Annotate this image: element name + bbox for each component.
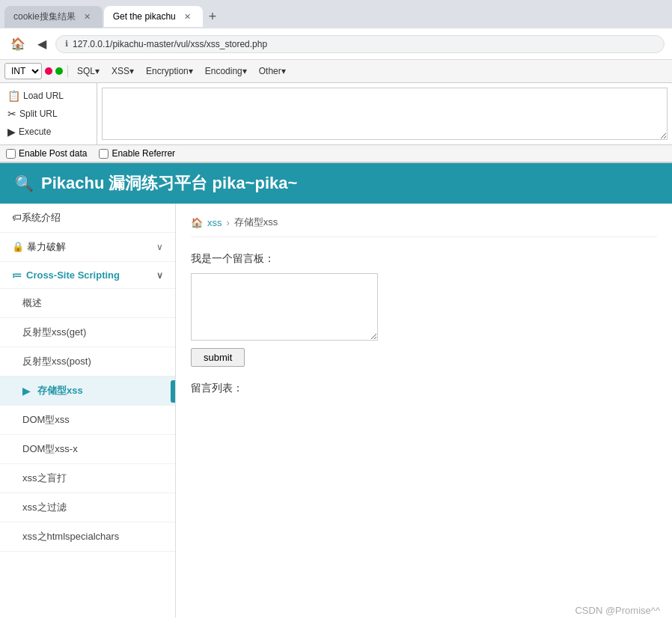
sidebar-item-stored-xss[interactable]: ▶ 存储型xss bbox=[0, 376, 175, 406]
split-icon: ✂ bbox=[7, 108, 16, 120]
xss-header-icon: ≔ bbox=[12, 269, 22, 281]
green-dot-icon bbox=[55, 67, 63, 75]
sidebar-item-xss-htmlspecialchars[interactable]: xss之htmlspecialchars bbox=[0, 522, 175, 552]
url-text: 127.0.0.1/pikachu-master/vul/xss/xss_sto… bbox=[73, 39, 655, 49]
breadcrumb-link[interactable]: xss bbox=[207, 217, 222, 228]
form-label: 我是一个留言板： bbox=[191, 252, 657, 266]
sidebar-item-brute-force[interactable]: 🔒 暴力破解 ∨ bbox=[0, 233, 175, 262]
message-textarea[interactable] bbox=[191, 273, 378, 341]
hackbar-toolbar: INT SQL▾ XSS▾ Encryption▾ Encoding▾ Othe… bbox=[0, 60, 672, 83]
reflected-post-label: 反射型xss(post) bbox=[22, 355, 91, 368]
split-url-label: Split URL bbox=[19, 109, 58, 119]
xss-blind-label: xss之盲打 bbox=[22, 472, 67, 485]
post-data-toggle[interactable]: Enable Post data bbox=[6, 148, 87, 159]
sidebar-item-reflected-get[interactable]: 反射型xss(get) bbox=[0, 318, 175, 347]
tab-cookie-close[interactable]: ✕ bbox=[82, 10, 94, 22]
sidebar-item-overview[interactable]: 概述 bbox=[0, 289, 175, 318]
active-indicator bbox=[171, 380, 175, 403]
sidebar-item-reflected-post[interactable]: 反射型xss(post) bbox=[0, 347, 175, 376]
brute-force-label: 🔒 暴力破解 bbox=[12, 240, 66, 254]
tab-pikachu[interactable]: Get the pikachu ✕ bbox=[104, 6, 203, 27]
submit-button[interactable]: submit bbox=[191, 348, 245, 367]
breadcrumb-current: 存储型xss bbox=[234, 216, 278, 229]
load-url-button[interactable]: 📋 Load URL bbox=[3, 88, 94, 104]
split-url-button[interactable]: ✂ Split URL bbox=[3, 106, 94, 122]
watermark: CSDN @Promise^^ bbox=[575, 605, 660, 616]
post-data-checkbox[interactable] bbox=[6, 149, 16, 159]
new-tab-button[interactable]: + bbox=[204, 9, 222, 25]
referrer-checkbox[interactable] bbox=[99, 149, 109, 159]
main-content: 🏠 xss › 存储型xss 我是一个留言板： submit 留言列表： bbox=[176, 204, 672, 618]
referrer-toggle[interactable]: Enable Referrer bbox=[99, 148, 175, 159]
hackbar-sidebar: 📋 Load URL ✂ Split URL ▶ Execute bbox=[0, 83, 97, 144]
xss-header-label: Cross-Site Scripting bbox=[26, 269, 120, 281]
execute-button[interactable]: ▶ Execute bbox=[3, 124, 94, 140]
app-header: 🔍 Pikachu 漏洞练习平台 pika~pika~ bbox=[0, 163, 672, 204]
hackbar-url-input[interactable] bbox=[102, 88, 668, 140]
dom-xss-x-label: DOM型xss-x bbox=[22, 442, 78, 456]
breadcrumb: 🏠 xss › 存储型xss bbox=[191, 216, 657, 237]
sidebar: 🏷系统介绍 🔒 暴力破解 ∨ ≔ Cross-Site Scripting ∨ … bbox=[0, 204, 176, 618]
sidebar-item-system-intro[interactable]: 🏷系统介绍 bbox=[0, 204, 175, 233]
divider bbox=[67, 65, 68, 77]
hackbar-input-area: 📋 Load URL ✂ Split URL ▶ Execute bbox=[0, 83, 672, 145]
xss-htmlspecialchars-label: xss之htmlspecialchars bbox=[22, 530, 119, 543]
hackbar-options: Enable Post data Enable Referrer bbox=[0, 145, 672, 162]
pikachu-icon: 🔍 bbox=[15, 174, 34, 192]
app-title: Pikachu 漏洞练习平台 pika~pika~ bbox=[41, 172, 297, 195]
execute-label: Execute bbox=[19, 126, 51, 137]
dom-xss-label: DOM型xss bbox=[22, 413, 70, 427]
sidebar-item-stored-xss-wrapper: ▶ 存储型xss bbox=[0, 376, 175, 406]
post-data-label: Enable Post data bbox=[19, 148, 87, 159]
breadcrumb-separator: › bbox=[227, 217, 230, 228]
encryption-menu[interactable]: Encryption▾ bbox=[141, 64, 198, 78]
messages-label: 留言列表： bbox=[191, 382, 657, 395]
tab-bar: cookie搜集结果 ✕ Get the pikachu ✕ + bbox=[0, 0, 672, 28]
system-intro-label: 🏷系统介绍 bbox=[12, 211, 61, 225]
app-body: 🏷系统介绍 🔒 暴力破解 ∨ ≔ Cross-Site Scripting ∨ … bbox=[0, 204, 672, 618]
hackbar-select[interactable]: INT bbox=[4, 63, 42, 79]
encoding-menu[interactable]: Encoding▾ bbox=[201, 64, 251, 78]
sql-menu[interactable]: SQL▾ bbox=[73, 64, 104, 78]
brute-force-chevron: ∨ bbox=[156, 242, 163, 252]
breadcrumb-home-icon: 🏠 bbox=[191, 217, 203, 228]
tab-pikachu-close[interactable]: ✕ bbox=[182, 10, 194, 22]
sidebar-item-dom-xss-x[interactable]: DOM型xss-x bbox=[0, 435, 175, 464]
reflected-get-label: 反射型xss(get) bbox=[22, 326, 86, 339]
tab-pikachu-label: Get the pikachu bbox=[113, 11, 176, 22]
execute-icon: ▶ bbox=[7, 126, 16, 138]
load-url-label: Load URL bbox=[23, 91, 64, 101]
stored-xss-label: 存储型xss bbox=[37, 384, 83, 397]
xss-menu[interactable]: XSS▾ bbox=[107, 64, 138, 78]
sidebar-item-dom-xss[interactable]: DOM型xss bbox=[0, 406, 175, 435]
address-bar: 🏠 ◀ ℹ 127.0.0.1/pikachu-master/vul/xss/x… bbox=[0, 28, 672, 60]
back-button[interactable]: ◀ bbox=[34, 34, 49, 54]
sidebar-item-xss-blind[interactable]: xss之盲打 bbox=[0, 464, 175, 493]
other-menu[interactable]: Other▾ bbox=[254, 64, 290, 78]
active-arrow-icon: ▶ bbox=[22, 385, 30, 397]
home-button[interactable]: 🏠 bbox=[7, 34, 28, 54]
xss-filter-label: xss之过滤 bbox=[22, 501, 67, 514]
sidebar-item-xss-header[interactable]: ≔ Cross-Site Scripting ∨ bbox=[0, 262, 175, 289]
lock-icon: ℹ bbox=[65, 39, 68, 49]
tab-cookie-label: cookie搜集结果 bbox=[13, 10, 76, 23]
xss-chevron: ∨ bbox=[156, 270, 163, 281]
load-icon: 📋 bbox=[7, 90, 20, 102]
url-bar[interactable]: ℹ 127.0.0.1/pikachu-master/vul/xss/xss_s… bbox=[55, 35, 665, 53]
red-dot-icon bbox=[45, 67, 52, 75]
sidebar-item-xss-filter[interactable]: xss之过滤 bbox=[0, 493, 175, 522]
overview-label: 概述 bbox=[22, 296, 42, 310]
referrer-label: Enable Referrer bbox=[112, 148, 175, 159]
tab-cookie[interactable]: cookie搜集结果 ✕ bbox=[4, 6, 103, 28]
